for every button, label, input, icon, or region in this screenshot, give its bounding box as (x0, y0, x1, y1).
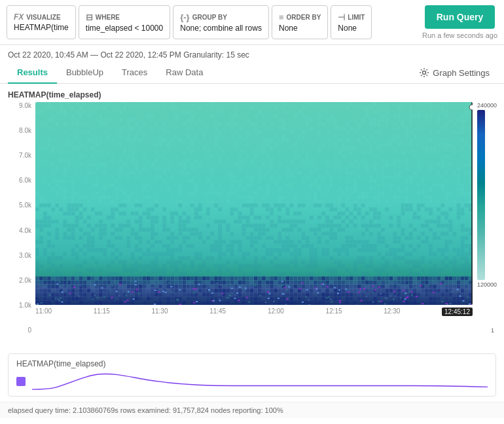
chart-area: 9.0k 8.0k 7.0k 6.0k 5.0k 4.0k 3.0k 2.0k … (8, 102, 496, 348)
y-label-1k: 1.0k (19, 302, 31, 309)
mini-legend-title: HEATMAP(time_elapsed) (16, 359, 488, 368)
y-label-4k: 4.0k (19, 227, 31, 234)
orderby-label: ≡ ORDER BY (279, 12, 321, 22)
gear-icon (419, 67, 429, 78)
x-label-1200: 12:00 (268, 308, 284, 316)
legend-mid: 120000 (477, 281, 494, 288)
where-value: time_elapsed < 10000 (86, 24, 163, 33)
y-label-9k: 9.0k (19, 102, 31, 109)
tab-rawdata[interactable]: Raw Data (156, 62, 212, 84)
x-label-1230: 12:30 (384, 308, 400, 316)
run-time-label: Run a few seconds ago (422, 31, 497, 39)
where-item[interactable]: ⊟ WHERE time_elapsed < 10000 (79, 5, 170, 39)
tabs-bar: Results BubbleUp Traces Raw Data Graph S… (0, 62, 504, 84)
date-range-text: Oct 22 2020, 10:45 AM — Oct 22 2020, 12:… (8, 50, 249, 60)
y-label-6k: 6.0k (19, 177, 31, 184)
heatmap-wrapper[interactable]: 11:00 11:15 11:30 11:45 12:00 12:15 12:3… (35, 102, 473, 348)
heatmap-canvas[interactable] (35, 102, 473, 305)
fx-icon: fx (14, 12, 24, 22)
groupby-value: None; combine all rows (180, 24, 262, 33)
orderby-value: None (279, 24, 321, 33)
toolbar: fx VISUALIZE HEATMAP(time ⊟ WHERE time_e… (0, 0, 504, 45)
y-label-7k: 7.0k (19, 152, 31, 159)
visualize-label: fx VISUALIZE (14, 12, 69, 22)
tab-traces[interactable]: Traces (113, 62, 156, 84)
group-icon: {-} (180, 12, 189, 22)
tab-bubbleup[interactable]: BubbleUp (57, 62, 113, 84)
legend-gradient-bar (477, 110, 485, 280)
legend-max: 240000 (477, 102, 494, 109)
visualize-item[interactable]: fx VISUALIZE HEATMAP(time (7, 5, 76, 39)
y-label-2k: 2.0k (19, 277, 31, 284)
x-label-1130: 11:30 (151, 308, 168, 316)
date-range-bar: Oct 22 2020, 10:45 AM — Oct 22 2020, 12:… (0, 45, 504, 62)
limit-label: ⊣ LIMIT (338, 12, 365, 22)
x-label-cursor: 12:45:12 (442, 308, 473, 316)
footer-status: elapsed query time: 2.103860769s rows ex… (0, 402, 504, 418)
graph-settings-label: Graph Settings (433, 68, 490, 78)
svg-point-0 (423, 71, 426, 75)
groupby-item[interactable]: {-} GROUP BY None; combine all rows (173, 5, 269, 39)
x-axis: 11:00 11:15 11:30 11:45 12:00 12:15 12:3… (35, 305, 473, 316)
limit-icon: ⊣ (338, 12, 345, 22)
run-query-section: Run Query Run a few seconds ago (422, 5, 497, 39)
mini-color-box (16, 377, 26, 386)
order-icon: ≡ (279, 12, 284, 22)
tab-results[interactable]: Results (8, 62, 57, 84)
y-label-5k: 5.0k (19, 202, 31, 209)
mini-legend: HEATMAP(time_elapsed) (8, 353, 496, 397)
orderby-item[interactable]: ≡ ORDER BY None (272, 5, 328, 39)
filter-icon: ⊟ (86, 12, 93, 22)
groupby-label: {-} GROUP BY (180, 12, 262, 22)
x-label-1145: 11:45 (209, 308, 226, 316)
chart-container: HEATMAP(time_elapsed) 9.0k 8.0k 7.0k 6.0… (0, 84, 504, 348)
y-label-8k: 8.0k (19, 127, 31, 134)
visualize-value: HEATMAP(time (14, 23, 69, 32)
footer-text: elapsed query time: 2.103860769s rows ex… (8, 406, 283, 414)
x-label-1115: 11:15 (94, 308, 110, 316)
chart-title: HEATMAP(time_elapsed) (8, 90, 496, 99)
limit-item[interactable]: ⊣ LIMIT None (331, 5, 372, 39)
mini-legend-chart (16, 372, 488, 391)
limit-value: None (338, 24, 365, 33)
run-query-button[interactable]: Run Query (425, 5, 495, 29)
graph-settings-button[interactable]: Graph Settings (412, 63, 496, 82)
where-label: ⊟ WHERE (86, 12, 163, 22)
y-label-3k: 3.0k (19, 252, 31, 259)
x-label-1215: 12:15 (326, 308, 342, 316)
x-label-1100: 11:00 (35, 308, 52, 316)
legend-area: 240000 120000 1 (473, 102, 496, 348)
legend-min: 1 (477, 327, 494, 334)
y-label-0: 0 (27, 327, 31, 334)
y-axis: 9.0k 8.0k 7.0k 6.0k 5.0k 4.0k 3.0k 2.0k … (8, 102, 35, 348)
mini-sparkline (32, 372, 488, 391)
